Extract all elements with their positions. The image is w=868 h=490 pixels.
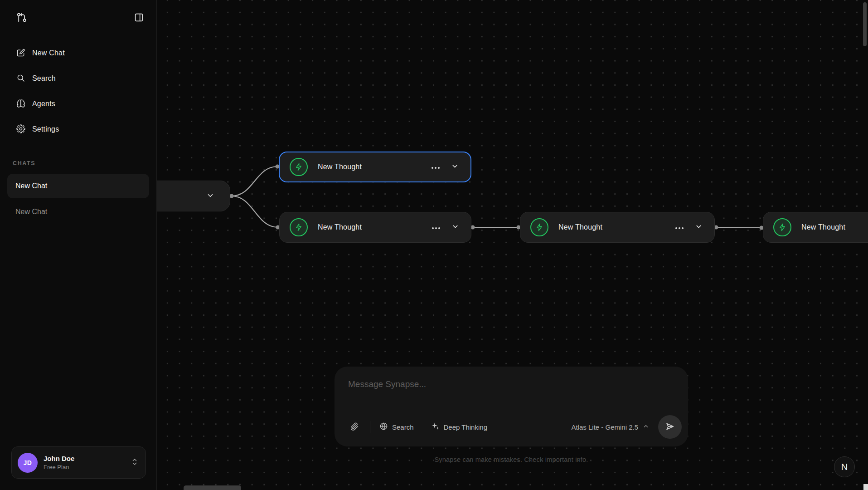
thought-bolt-icon bbox=[290, 218, 308, 236]
app-root: New Chat Search Agents bbox=[0, 0, 868, 490]
toolbar-divider bbox=[370, 421, 370, 433]
chat-list-item-selected[interactable]: New Chat bbox=[7, 174, 149, 198]
sidebar: New Chat Search Agents bbox=[0, 0, 157, 490]
ellipsis-icon bbox=[431, 164, 440, 171]
ellipsis-icon bbox=[675, 224, 684, 231]
node-actions bbox=[430, 221, 461, 234]
node-title: New Thought bbox=[318, 163, 429, 171]
deep-thinking-label: Deep Thinking bbox=[444, 423, 487, 431]
message-input[interactable] bbox=[335, 367, 688, 412]
sidebar-header bbox=[0, 0, 156, 23]
sidebar-item-new-chat[interactable]: New Chat bbox=[7, 43, 149, 63]
attach-file-button[interactable] bbox=[348, 420, 361, 434]
expand-node-button[interactable] bbox=[204, 190, 216, 203]
node-menu-button[interactable] bbox=[673, 222, 686, 233]
edge-line bbox=[716, 227, 761, 228]
chevron-down-icon bbox=[206, 191, 214, 201]
profile-name: John Doe bbox=[44, 455, 131, 462]
profile-text: John Doe Free Plan bbox=[44, 455, 131, 470]
new-chat-pencil-icon bbox=[16, 48, 25, 59]
model-selector[interactable]: Atlas Lite - Gemini 2.5 bbox=[571, 423, 649, 431]
logo-git-branch-icon bbox=[16, 12, 27, 23]
disclaimer-text: Synapse can make mistakes. Check importa… bbox=[335, 456, 688, 463]
thought-bolt-icon bbox=[773, 218, 791, 236]
edge-line bbox=[232, 196, 278, 227]
thought-node[interactable]: New Thought bbox=[279, 152, 471, 182]
brain-icon bbox=[16, 99, 25, 109]
node-collapse-button[interactable] bbox=[693, 221, 704, 234]
node-title: New Thought bbox=[801, 223, 868, 231]
vertical-scrollbar-thumb[interactable] bbox=[863, 2, 867, 46]
node-collapse-button[interactable] bbox=[450, 221, 461, 234]
node-actions bbox=[673, 221, 704, 234]
chevron-up-icon bbox=[643, 423, 649, 431]
sidebar-nav: New Chat Search Agents bbox=[0, 43, 156, 139]
scrollbar-corner bbox=[863, 484, 868, 490]
sidebar-item-label: New Chat bbox=[32, 49, 65, 57]
sidebar-item-label: Search bbox=[32, 74, 56, 83]
node-actions bbox=[429, 161, 461, 173]
node-collapse-button[interactable] bbox=[449, 161, 461, 173]
chevron-down-icon bbox=[451, 162, 459, 172]
globe-icon bbox=[379, 422, 388, 432]
horizontal-scrollbar-thumb[interactable] bbox=[184, 485, 241, 490]
thought-node[interactable]: New Thought bbox=[763, 212, 868, 243]
profile-plan-badge: Free Plan bbox=[44, 464, 131, 470]
composer-toolbar-right: Atlas Lite - Gemini 2.5 bbox=[571, 415, 682, 439]
chats-section-heading: CHATS bbox=[13, 160, 156, 167]
thought-bolt-icon bbox=[530, 218, 548, 236]
sidebar-item-search[interactable]: Search bbox=[7, 69, 149, 88]
node-title: New Thought bbox=[558, 223, 673, 231]
sidebar-item-settings[interactable]: Settings bbox=[7, 119, 149, 139]
send-icon bbox=[665, 421, 675, 433]
sidebar-item-label: Settings bbox=[32, 125, 59, 133]
model-name: Atlas Lite - Gemini 2.5 bbox=[571, 423, 638, 431]
node-menu-button[interactable] bbox=[430, 222, 442, 233]
node-menu-button[interactable] bbox=[429, 162, 442, 172]
sidebar-item-label: Agents bbox=[32, 100, 55, 108]
sparkle-icon bbox=[431, 422, 440, 432]
node-title: New Thought bbox=[318, 223, 430, 231]
n-letter: N bbox=[841, 462, 848, 472]
thought-node[interactable]: New Thought bbox=[279, 212, 471, 243]
ellipsis-icon bbox=[432, 224, 441, 231]
search-icon bbox=[16, 74, 25, 84]
web-search-label: Search bbox=[392, 423, 414, 431]
avatar: JD bbox=[18, 453, 38, 473]
composer-toolbar: Search Deep Thinking Atl bbox=[335, 412, 688, 446]
composer-toolbar-left: Search Deep Thinking bbox=[348, 420, 487, 434]
thought-node[interactable]: New Thought bbox=[520, 212, 715, 243]
nextjs-badge-button[interactable]: N bbox=[834, 456, 855, 477]
message-composer: Search Deep Thinking Atl bbox=[335, 367, 688, 446]
gear-icon bbox=[16, 124, 25, 135]
chat-list: New Chat New Chat bbox=[0, 174, 156, 221]
panel-toggle-icon bbox=[134, 13, 144, 22]
chevron-up-down-icon bbox=[131, 458, 138, 468]
deep-thinking-toggle[interactable]: Deep Thinking bbox=[431, 422, 487, 432]
send-button[interactable] bbox=[658, 415, 682, 439]
chevron-down-icon bbox=[695, 223, 703, 232]
edge-line bbox=[232, 167, 277, 196]
chat-list-item[interactable]: New Chat bbox=[7, 203, 149, 221]
thought-bolt-icon bbox=[290, 158, 308, 176]
thought-canvas[interactable]: New Thought New Thought bbox=[157, 0, 868, 490]
thought-node-collapsed[interactable] bbox=[157, 181, 230, 211]
user-profile-card[interactable]: JD John Doe Free Plan bbox=[11, 446, 146, 479]
paperclip-icon bbox=[350, 422, 359, 432]
sidebar-toggle-button[interactable] bbox=[133, 12, 145, 23]
chevron-down-icon bbox=[451, 223, 459, 232]
sidebar-item-agents[interactable]: Agents bbox=[7, 94, 149, 114]
web-search-toggle[interactable]: Search bbox=[379, 422, 414, 432]
